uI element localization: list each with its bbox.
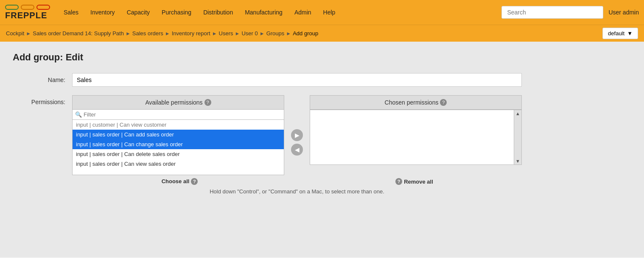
breadcrumb-sales-orders[interactable]: Sales orders [132, 30, 163, 37]
filter-input[interactable] [84, 111, 281, 118]
nav-manufacturing[interactable]: Manufacturing [239, 0, 288, 25]
name-input-wrap [72, 73, 522, 87]
breadcrumb-user0[interactable]: User 0 [241, 30, 258, 37]
bc-sep-7: ► [286, 31, 291, 37]
scroll-up-button[interactable]: ▲ [514, 110, 521, 117]
list-item[interactable]: input | sales order | Can view sales ord… [73, 159, 284, 169]
remove-all-label: Remove all [404, 179, 433, 185]
nav-help[interactable]: Help [317, 0, 342, 25]
move-right-button[interactable]: ▶ [291, 129, 303, 141]
choose-all-wrap: Choose all ? [72, 178, 287, 185]
search-input[interactable] [501, 6, 603, 19]
bc-sep-2: ► [126, 31, 131, 37]
permissions-row: Permissions: Available permissions ? 🔍 i… [13, 95, 631, 195]
available-permissions-list[interactable]: input | customer | Can view customer inp… [72, 120, 284, 175]
nav-admin[interactable]: Admin [288, 0, 317, 25]
list-item[interactable]: input | sales order | Can add sales orde… [73, 130, 284, 139]
filter-input-wrap: 🔍 [72, 110, 284, 120]
perm-actions: Choose all ? ? Remove all [72, 178, 522, 185]
name-row: Name: [13, 73, 631, 87]
move-left-button[interactable]: ◀ [291, 144, 303, 156]
chosen-permissions-title: Chosen permissions [385, 99, 439, 106]
name-label: Name: [13, 73, 72, 83]
choose-all-label: Choose all [162, 178, 190, 184]
nav-distribution[interactable]: Distribution [197, 0, 239, 25]
remove-all-help-icon[interactable]: ? [395, 178, 402, 185]
breadcrumb-cockpit[interactable]: Cockpit [6, 30, 24, 37]
default-dropdown-label: default [608, 30, 624, 37]
chosen-list-wrap: ▲ ▼ [310, 110, 522, 165]
bc-sep-1: ► [26, 31, 31, 37]
breadcrumb-inventory-report[interactable]: Inventory report [172, 30, 210, 37]
bc-sep-5: ► [235, 31, 240, 37]
nav-links: Sales Inventory Capacity Purchasing Dist… [58, 0, 501, 25]
list-item[interactable]: input | sales order | Can change sales o… [73, 139, 284, 149]
chosen-permissions-panel: Chosen permissions ? ▲ ▼ [310, 95, 522, 165]
available-permissions-help-icon[interactable]: ? [204, 99, 211, 106]
list-item[interactable]: input | customer | Can view customer [73, 120, 284, 130]
page-title: Add group: Edit [13, 52, 631, 63]
permissions-label: Permissions: [13, 95, 72, 105]
breadcrumb-current: Add group [293, 30, 318, 37]
permissions-container: Available permissions ? 🔍 input | custom… [72, 95, 522, 175]
nav-sales[interactable]: Sales [58, 0, 84, 25]
nav-capacity[interactable]: Capacity [121, 0, 156, 25]
navbar-search-wrap [501, 6, 603, 19]
bc-sep-4: ► [212, 31, 217, 37]
breadcrumb: Cockpit ► Sales order Demand 14: Supply … [6, 30, 318, 37]
nav-inventory[interactable]: Inventory [84, 0, 121, 25]
breadcrumb-demand[interactable]: Sales order Demand 14: Supply Path [33, 30, 124, 37]
logo-shape-orange [21, 5, 34, 10]
available-permissions-header: Available permissions ? [72, 95, 284, 110]
default-dropdown-button[interactable]: default ▼ [602, 28, 638, 39]
logo-shape-green [5, 5, 19, 10]
available-permissions-title: Available permissions [145, 99, 202, 106]
nav-purchasing[interactable]: Purchasing [156, 0, 197, 25]
list-item[interactable]: input | sales order | Can delete sales o… [73, 149, 284, 159]
perm-arrows: ▶ ◀ [291, 95, 303, 156]
bc-sep-6: ► [260, 31, 265, 37]
remove-all-wrap: ? Remove all [307, 178, 522, 185]
name-input[interactable] [72, 73, 522, 87]
logo-text: FREPPLE [5, 11, 47, 20]
choose-all-button[interactable]: Choose all ? [162, 178, 198, 185]
breadcrumb-bar: Cockpit ► Sales order Demand 14: Supply … [0, 25, 644, 42]
filter-search-icon: 🔍 [75, 111, 82, 118]
choose-all-help-icon[interactable]: ? [191, 178, 198, 185]
logo: FREPPLE [5, 5, 50, 20]
navbar: FREPPLE Sales Inventory Capacity Purchas… [0, 0, 644, 25]
chosen-permissions-help-icon[interactable]: ? [440, 99, 447, 106]
chosen-permissions-header: Chosen permissions ? [310, 95, 522, 110]
page-content: Add group: Edit Name: Permissions: Avail… [0, 42, 644, 257]
remove-all-button[interactable]: ? Remove all [395, 178, 433, 185]
chevron-down-icon: ▼ [627, 30, 633, 37]
hint-text: Hold down "Control", or "Command" on a M… [72, 188, 522, 195]
chosen-permissions-list[interactable] [310, 110, 514, 165]
breadcrumb-users[interactable]: Users [219, 30, 233, 37]
logo-shape-red [36, 5, 50, 10]
scroll-down-button[interactable]: ▼ [514, 158, 521, 164]
available-permissions-panel: Available permissions ? 🔍 input | custom… [72, 95, 284, 175]
bc-sep-3: ► [165, 31, 170, 37]
chosen-scroll-arrows: ▲ ▼ [514, 110, 522, 165]
logo-shapes [5, 5, 50, 10]
breadcrumb-groups[interactable]: Groups [266, 30, 285, 37]
user-menu[interactable]: User admin [608, 9, 639, 16]
